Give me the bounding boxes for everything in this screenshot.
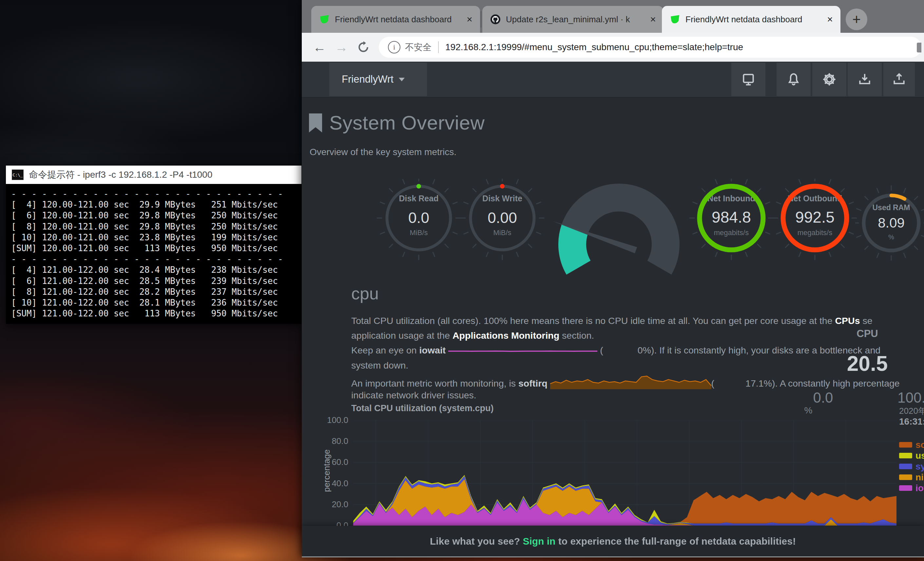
tab-title: FriendlyWrt netdata dashboard <box>335 14 459 25</box>
url-bar[interactable]: i 不安全 192.168.2.1:19999/#menu_system_sub… <box>379 37 921 58</box>
import-button[interactable] <box>848 63 882 96</box>
gauge-net-outbound[interactable]: Net Outbound 992.5 megabits/s <box>772 179 858 264</box>
cpu-desc-line5: An important metric worth monitoring, is… <box>351 375 924 389</box>
legend-item[interactable]: use <box>899 450 924 461</box>
gauge-net-inbound[interactable]: Net Inbound 984.8 megabits/s <box>689 179 774 264</box>
legend-swatch <box>899 453 912 459</box>
signin-banner: Like what you see? Sign in to experience… <box>302 526 924 557</box>
section-title-cpu: cpu <box>351 284 379 303</box>
bell-icon <box>786 72 801 87</box>
clipped-toolbar-icon <box>917 43 921 53</box>
gauge-unit: % <box>798 405 818 416</box>
tab-close-icon[interactable]: × <box>464 14 476 25</box>
chart-ylabel: percentage <box>322 445 332 497</box>
tab-friendlywrt-1[interactable]: FriendlyWrt netdata dashboard × <box>311 6 480 33</box>
cpu-desc-line6: indicate network driver issues. <box>351 390 924 401</box>
legend-swatch <box>899 463 912 469</box>
signin-text: Like what you see? Sign in to experience… <box>430 536 796 547</box>
legend-swatch <box>899 442 912 448</box>
chart-timestamp-date: 2020年3 <box>899 405 924 417</box>
cpu-desc-line1: Total CPU utilization (all cores). 100% … <box>351 316 924 326</box>
cpu-desc-line2: application usage at the Applications Mo… <box>351 330 924 341</box>
legend-label: sys <box>915 461 924 472</box>
settings-button[interactable] <box>812 63 846 96</box>
upload-icon <box>892 72 906 87</box>
gear-icon <box>822 72 837 87</box>
page-info-icon[interactable]: i <box>388 41 400 53</box>
download-icon <box>858 72 872 87</box>
cpu-utilization-chart[interactable] <box>353 420 897 526</box>
url-text[interactable]: 192.168.2.1:19999/#menu_system_submenu_c… <box>445 42 743 53</box>
screen: C:\_ 命令提示符 - iperf3 -c 192.168.1.2 -P4 -… <box>0 0 924 561</box>
cmd-icon: C:\_ <box>12 170 24 180</box>
address-toolbar: ← → i 不安全 192.168.2.1:19999/#menu_system… <box>302 33 924 62</box>
chevron-down-icon <box>399 78 405 81</box>
legend-swatch <box>899 474 912 480</box>
gauge-disk-read[interactable]: Disk Read 0.0 MiB/s <box>376 179 461 264</box>
legend-swatch <box>899 485 912 491</box>
host-name: FriendlyWrt <box>342 74 393 85</box>
softirq-sparkline <box>550 375 711 389</box>
iowait-sparkline <box>448 345 597 356</box>
cpu-desc-line3: Keep an eye on iowait (0%). If it is con… <box>351 345 924 356</box>
netdata-icon <box>319 14 330 25</box>
page-subtitle: Overview of the key system metrics. <box>310 147 456 157</box>
gauge-cpu[interactable]: CPU 20.5 0.0 100.0 % <box>550 164 688 262</box>
sign-in-link[interactable]: Sign in <box>523 536 555 547</box>
cpus-link[interactable]: CPUs <box>835 316 860 326</box>
gauge-used-ram[interactable]: Used RAM 8.09 % <box>855 183 924 262</box>
chart-title: Total CPU utilization (system.cpu) <box>351 403 494 414</box>
legend-item[interactable]: sys <box>899 461 924 472</box>
security-label[interactable]: 不安全 <box>405 41 432 53</box>
chart-ytick: 60.0 <box>309 457 348 467</box>
page-title: System Overview <box>329 111 484 134</box>
tab-title: Update r2s_lean_minimal.yml · k <box>506 14 642 25</box>
reload-button[interactable] <box>355 39 372 56</box>
chart-ytick: 20.0 <box>309 499 348 510</box>
chart-ytick: 40.0 <box>309 478 348 489</box>
tab-close-icon[interactable]: × <box>647 14 659 25</box>
legend-label: soft <box>915 440 924 450</box>
forward-button[interactable]: → <box>333 39 350 56</box>
browser-window: FriendlyWrt netdata dashboard × Update r… <box>302 0 924 557</box>
legend-item[interactable]: nice <box>899 472 924 483</box>
terminal-title: 命令提示符 - iperf3 -c 192.168.1.2 -P4 -t1000 <box>29 168 212 181</box>
tab-github[interactable]: Update r2s_lean_minimal.yml · k × <box>482 6 663 33</box>
host-dropdown[interactable]: FriendlyWrt <box>329 63 427 96</box>
tab-close-icon[interactable]: × <box>824 14 836 25</box>
cpu-desc-line4: system down. <box>351 360 924 371</box>
chart-ytick: 80.0 <box>309 436 348 446</box>
legend-label: iow <box>915 483 924 493</box>
new-tab-button[interactable]: + <box>846 9 867 30</box>
terminal-titlebar[interactable]: C:\_ 命令提示符 - iperf3 -c 192.168.1.2 -P4 -… <box>6 165 302 184</box>
tab-strip: FriendlyWrt netdata dashboard × Update r… <box>302 0 924 33</box>
export-button[interactable] <box>884 63 915 96</box>
github-icon <box>490 14 501 25</box>
legend-label: use <box>915 451 924 461</box>
terminal-output: - - - - - - - - - - - - - - - - - - - - … <box>6 184 302 324</box>
legend-label: nice <box>915 472 924 483</box>
legend-item[interactable]: iow <box>899 483 924 493</box>
terminal-window[interactable]: C:\_ 命令提示符 - iperf3 -c 192.168.1.2 -P4 -… <box>6 165 302 324</box>
chart-timestamp-time: 16:31:2 <box>899 417 924 427</box>
tab-title: FriendlyWrt netdata dashboard <box>686 14 819 25</box>
legend-item[interactable]: soft <box>899 439 924 450</box>
netdata-navbar: FriendlyWrt <box>302 62 924 98</box>
applications-monitoring-link[interactable]: Applications Monitoring <box>453 330 560 341</box>
bookmark-icon <box>309 113 322 132</box>
chart-ytick: 100.0 <box>309 415 348 425</box>
tab-friendlywrt-2-active[interactable]: FriendlyWrt netdata dashboard × <box>662 6 840 33</box>
back-button[interactable]: ← <box>311 39 328 56</box>
print-mode-button[interactable] <box>731 63 765 96</box>
chart-legend: softusesysniceiow <box>899 439 924 493</box>
tab-separator <box>481 11 482 27</box>
url-divider <box>438 41 439 53</box>
netdata-icon <box>670 14 680 25</box>
alarms-button[interactable] <box>777 63 811 96</box>
monitor-icon <box>741 72 756 87</box>
gauge-disk-write[interactable]: Disk Write 0.00 MiB/s <box>460 179 545 264</box>
